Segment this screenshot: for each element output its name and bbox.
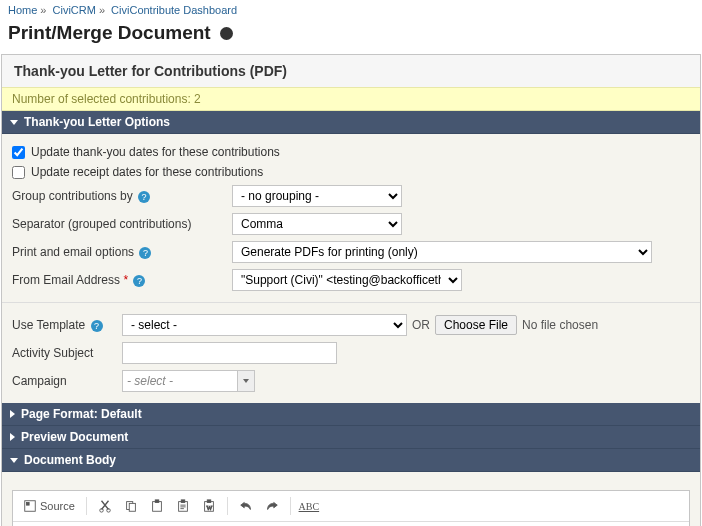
spellcheck-icon[interactable]: ABC bbox=[298, 495, 320, 517]
from-email-select[interactable]: "Support (Civi)" <testing@backofficethin… bbox=[232, 269, 462, 291]
page-title: Print/Merge Document bbox=[0, 20, 702, 54]
svg-rect-11 bbox=[207, 500, 211, 503]
no-file-label: No file chosen bbox=[522, 318, 598, 332]
or-label: OR bbox=[412, 318, 430, 332]
paste-icon[interactable] bbox=[146, 495, 168, 517]
help-icon[interactable]: ? bbox=[133, 275, 145, 287]
campaign-input[interactable] bbox=[122, 370, 237, 392]
breadcrumb: Home» CiviCRM» CiviContribute Dashboard bbox=[0, 0, 702, 20]
accordion-page-format[interactable]: Page Format: Default bbox=[2, 403, 700, 426]
group-by-select[interactable]: - no grouping - bbox=[232, 185, 402, 207]
separator-select[interactable]: Comma bbox=[232, 213, 402, 235]
choose-file-button[interactable]: Choose File bbox=[435, 315, 517, 335]
document-body-pane: Source W ABC B I U S x₂ x² bbox=[2, 472, 700, 526]
accordion-options[interactable]: Thank-you Letter Options bbox=[2, 111, 700, 134]
update-receipt-label: Update receipt dates for these contribut… bbox=[31, 165, 263, 179]
template-select[interactable]: - select - bbox=[122, 314, 407, 336]
chevron-down-icon[interactable] bbox=[237, 370, 255, 392]
activity-subject-input[interactable] bbox=[122, 342, 337, 364]
breadcrumb-contribute[interactable]: CiviContribute Dashboard bbox=[111, 4, 237, 16]
accordion-preview[interactable]: Preview Document bbox=[2, 426, 700, 449]
paste-text-icon[interactable] bbox=[172, 495, 194, 517]
chevron-down-icon bbox=[10, 458, 18, 463]
dialog-title: Thank-you Letter for Contributions (PDF) bbox=[2, 55, 700, 87]
help-icon[interactable]: ? bbox=[138, 191, 150, 203]
status-bar: Number of selected contributions: 2 bbox=[2, 87, 700, 111]
source-button[interactable]: Source bbox=[19, 495, 79, 517]
campaign-combo[interactable] bbox=[122, 370, 255, 392]
editor-toolbar-1: Source W ABC bbox=[13, 491, 689, 522]
paste-word-icon[interactable]: W bbox=[198, 495, 220, 517]
redo-icon[interactable] bbox=[261, 495, 283, 517]
svg-rect-1 bbox=[27, 503, 30, 506]
dialog: Thank-you Letter for Contributions (PDF)… bbox=[1, 54, 701, 526]
svg-rect-7 bbox=[155, 500, 159, 503]
chevron-right-icon bbox=[10, 433, 15, 441]
editor-toolbar-2: B I U S x₂ x² Ix 123 ❞ bbox=[13, 522, 689, 526]
svg-rect-5 bbox=[129, 503, 135, 511]
copy-icon[interactable] bbox=[120, 495, 142, 517]
update-thankyou-label: Update thank-you dates for these contrib… bbox=[31, 145, 280, 159]
cut-icon[interactable] bbox=[94, 495, 116, 517]
print-email-select[interactable]: Generate PDFs for printing (only) bbox=[232, 241, 652, 263]
breadcrumb-civicrm[interactable]: CiviCRM bbox=[53, 4, 96, 16]
svg-rect-6 bbox=[152, 502, 161, 512]
help-icon[interactable]: ? bbox=[139, 247, 151, 259]
help-icon[interactable]: ? bbox=[91, 320, 103, 332]
chevron-right-icon bbox=[10, 410, 15, 418]
chevron-down-icon bbox=[10, 120, 18, 125]
gear-icon[interactable] bbox=[220, 27, 233, 40]
options-pane: Update thank-you dates for these contrib… bbox=[2, 134, 700, 302]
accordion-body[interactable]: Document Body bbox=[2, 449, 700, 472]
update-receipt-checkbox[interactable] bbox=[12, 166, 25, 179]
undo-icon[interactable] bbox=[235, 495, 257, 517]
update-thankyou-checkbox[interactable] bbox=[12, 146, 25, 159]
rich-text-editor: Source W ABC B I U S x₂ x² bbox=[12, 490, 690, 526]
svg-text:W: W bbox=[206, 505, 212, 511]
template-pane: Use Template ? - select - OR Choose File… bbox=[2, 302, 700, 403]
svg-rect-9 bbox=[181, 500, 185, 503]
breadcrumb-home[interactable]: Home bbox=[8, 4, 37, 16]
